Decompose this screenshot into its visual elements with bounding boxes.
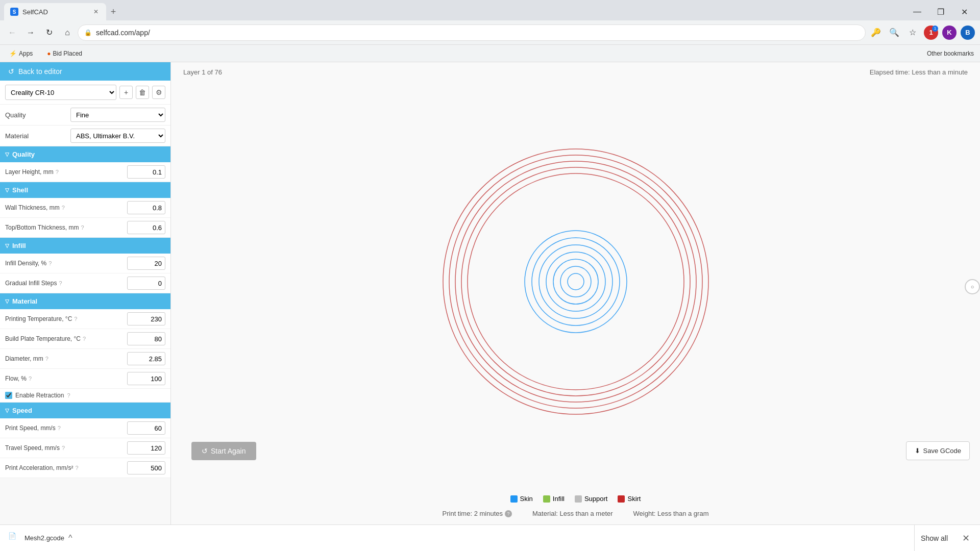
gradual-infill-help-icon[interactable]: ? (59, 280, 62, 286)
refresh-icon: ↺ (202, 447, 208, 455)
wall-thickness-label: Wall Thickness, mm ? (5, 204, 127, 211)
print-speed-label: Print Speed, mm/s ? (5, 424, 127, 432)
slider-circle[interactable]: ○ (965, 279, 980, 294)
material-select-dropdown[interactable]: ABS, Ultimaker B.V. (70, 129, 165, 143)
wall-thickness-help-icon[interactable]: ? (62, 205, 65, 211)
svg-point-2 (455, 161, 696, 402)
top-bottom-thickness-input[interactable] (127, 221, 165, 234)
legend: Skin Infill Support Skirt (510, 491, 641, 507)
other-bookmarks[interactable]: Other bookmarks (927, 50, 974, 57)
close-download-bar-button[interactable]: ✕ (960, 531, 972, 546)
bookmarks-bar: ⚡ Apps ● Bid Placed Other bookmarks (0, 45, 980, 62)
build-plate-help-icon[interactable]: ? (83, 336, 86, 342)
gradual-infill-input[interactable] (127, 277, 165, 290)
new-tab-button[interactable]: + (106, 5, 120, 19)
download-expand-icon[interactable]: ^ (68, 534, 72, 543)
quality-setting-label: Quality (5, 111, 66, 119)
svg-point-11 (568, 273, 584, 290)
print-acceleration-help-icon[interactable]: ? (75, 465, 78, 471)
bookmark-apps[interactable]: ⚡ Apps (6, 48, 36, 59)
svg-point-0 (443, 149, 708, 414)
print-acceleration-input[interactable] (127, 461, 165, 474)
profile-k-button[interactable]: K (941, 24, 958, 41)
profile-b-button[interactable]: B (960, 24, 976, 41)
material-section-label: Material (12, 297, 37, 305)
start-again-button[interactable]: ↺ Start Again (191, 442, 256, 460)
search-icon-button[interactable]: 🔍 (886, 24, 902, 41)
quality-section-label: Quality (12, 151, 35, 158)
notification-count: 1 (932, 26, 938, 32)
diameter-input[interactable] (127, 352, 165, 365)
back-to-editor-button[interactable]: ↺ Back to editor (0, 62, 170, 81)
infill-density-help-icon[interactable]: ? (48, 260, 52, 266)
reload-button[interactable]: ↻ (41, 24, 57, 41)
material-info: Material: Less than a meter (532, 510, 613, 517)
travel-speed-input[interactable] (127, 441, 165, 455)
maximize-button[interactable]: ❐ (929, 5, 952, 19)
print-speed-help-icon[interactable]: ? (58, 425, 61, 431)
quality-setting-row: Quality Fine (0, 105, 170, 126)
file-icon: 📄 (8, 532, 20, 544)
forward-nav-button[interactable]: → (22, 24, 39, 41)
printer-settings-button[interactable]: ⚙ (152, 86, 165, 99)
close-button[interactable]: ✕ (952, 5, 976, 19)
layer-height-input[interactable] (127, 165, 165, 179)
shell-section-header[interactable]: ▽ Shell (0, 182, 170, 198)
save-gcode-button[interactable]: ⬇ Save GCode (906, 441, 970, 460)
layer-height-help-icon[interactable]: ? (56, 169, 59, 175)
quality-select-dropdown[interactable]: Fine (70, 108, 165, 122)
nav-right-controls: 🔑 🔍 ☆ 1 1 K B (868, 24, 976, 41)
infill-section-header[interactable]: ▽ Infill (0, 238, 170, 254)
quality-section-header[interactable]: ▽ Quality (0, 146, 170, 162)
print-speed-input[interactable] (127, 421, 165, 435)
active-tab[interactable]: S SelfCAD ✕ (4, 3, 106, 20)
wall-thickness-input[interactable] (127, 201, 165, 214)
bottom-info-bar: Print time: 2 minutes ? Material: Less t… (439, 507, 712, 520)
home-button[interactable]: ⌂ (59, 24, 76, 41)
enable-retraction-checkbox[interactable] (5, 392, 12, 399)
enable-retraction-row: Enable Retraction ? (0, 389, 170, 403)
back-nav-button[interactable]: ← (4, 24, 20, 41)
flow-help-icon[interactable]: ? (29, 375, 32, 382)
delete-printer-button[interactable]: 🗑 (136, 86, 149, 99)
print-time-help-icon[interactable]: ? (505, 510, 512, 517)
print-time-label: Print time: 2 minutes (443, 510, 503, 517)
printing-temp-help-icon[interactable]: ? (74, 316, 77, 322)
svg-point-3 (461, 167, 690, 396)
start-again-label: Start Again (211, 447, 246, 455)
lock-icon: 🔒 (84, 29, 92, 36)
add-printer-button[interactable]: + (119, 86, 133, 99)
star-icon-button[interactable]: ☆ (904, 24, 921, 41)
tab-title: SelfCAD (22, 8, 88, 16)
infill-density-label: Infill Density, % ? (5, 260, 127, 267)
skirt-color-dot (618, 495, 625, 503)
layer-height-row: Layer Height, mm ? (0, 162, 170, 182)
tab-close-button[interactable]: ✕ (92, 8, 100, 16)
diameter-help-icon[interactable]: ? (45, 356, 48, 362)
main-content: ↺ Back to editor Creality CR-10 + 🗑 ⚙ Qu… (0, 62, 980, 524)
build-plate-temp-input[interactable] (127, 332, 165, 345)
retraction-help-icon[interactable]: ? (67, 392, 70, 398)
key-icon-button[interactable]: 🔑 (868, 24, 884, 41)
flow-input[interactable] (127, 372, 165, 385)
download-bar: 📄 Mesh2.gcode ^ Show all ✕ (0, 524, 980, 551)
address-bar[interactable]: 🔒 selfcad.com/app/ (78, 24, 866, 41)
printing-temp-input[interactable] (127, 312, 165, 325)
speed-section-header[interactable]: ▽ Speed (0, 403, 170, 418)
settings-scroll-area[interactable]: ▽ Quality Layer Height, mm ? ▽ Shell (0, 146, 170, 524)
vertical-slider[interactable]: ○ (965, 279, 980, 294)
speed-chevron-icon: ▽ (5, 408, 9, 413)
printer-select-dropdown[interactable]: Creality CR-10 (5, 85, 116, 100)
tab-bar: S SelfCAD ✕ + — ❐ ✕ (0, 0, 980, 20)
show-all-button[interactable]: Show all (914, 525, 954, 551)
tab-favicon: S (10, 8, 18, 16)
material-setting-row: Material ABS, Ultimaker B.V. (0, 126, 170, 146)
minimize-button[interactable]: — (905, 5, 929, 19)
material-section-header[interactable]: ▽ Material (0, 293, 170, 309)
infill-density-input[interactable] (127, 257, 165, 270)
travel-speed-help-icon[interactable]: ? (62, 445, 65, 451)
top-bottom-help-icon[interactable]: ? (81, 224, 84, 231)
top-bottom-thickness-label: Top/Bottom Thickness, mm ? (5, 224, 127, 231)
skin-color-dot (510, 495, 518, 503)
bookmark-bid-placed[interactable]: ● Bid Placed (44, 48, 85, 59)
